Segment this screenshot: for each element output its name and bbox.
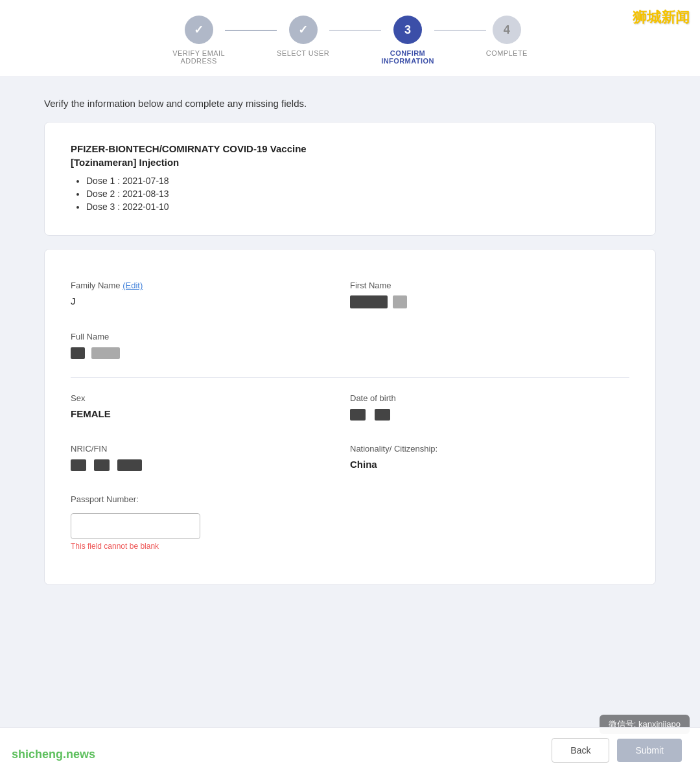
family-name-field: Family Name (Edit) J [71,270,350,321]
vaccine-name-line1: PFIZER-BIONTECH/COMIRNATY COVID-19 Vacci… [71,143,629,154]
divider-1 [71,377,629,378]
step-complete: 4 COMPLETE [486,16,528,57]
nric-redacted-2 [94,459,110,471]
step-circle-2 [289,16,318,44]
main-content: Verify the information below and complet… [26,77,674,676]
nationality-value: China [350,459,629,470]
step-label-1: VERIFY EMAILADDRESS [172,49,225,65]
submit-button[interactable]: Submit [617,739,682,762]
stepper: VERIFY EMAILADDRESS SELECT USER 3 CONFIR… [0,0,700,77]
bottom-bar: Back Submit [0,727,700,773]
sex-value: FEMALE [71,408,350,419]
vaccine-card: PFIZER-BIONTECH/COMIRNATY COVID-19 Vacci… [44,122,656,236]
connector-2-3 [329,30,381,31]
back-button[interactable]: Back [552,738,609,763]
nationality-label: Nationality/ Citizenship: [350,444,629,454]
dob-redacted-2 [375,409,390,421]
instruction-text: Verify the information below and complet… [44,98,656,109]
step-circle-3: 3 [393,16,422,44]
step-verify-email: VERIFY EMAILADDRESS [172,16,225,65]
passport-input[interactable] [71,513,200,539]
dob-field: Date of birth [350,383,629,433]
checkmark-icon-2 [298,23,308,37]
connector-1-2 [225,30,277,31]
step-circle-4: 4 [493,16,521,44]
family-name-edit-link[interactable]: (Edit) [122,281,143,290]
step-circle-1 [185,16,213,44]
first-name-redacted-1 [350,295,388,308]
family-name-label-text: Family Name [71,281,121,290]
family-name-label: Family Name (Edit) [71,281,350,290]
dob-redacted-1 [350,409,366,421]
personal-info-card: Family Name (Edit) J First Name Full Nam… [44,249,656,585]
nric-redacted-1 [71,459,86,471]
step-label-2: SELECT USER [277,49,329,57]
nric-field: NRIC/FIN [71,433,350,484]
sex-field: Sex FEMALE [71,383,350,433]
checkmark-icon-1 [194,23,204,37]
full-name-label: Full Name [71,332,629,341]
passport-field: Passport Number: This field cannot be bl… [71,484,629,564]
nric-label: NRIC/FIN [71,444,350,454]
step-label-3: CONFIRMINFORMATION [381,49,434,65]
first-name-field: First Name [350,270,629,321]
nric-redacted-3 [117,459,142,471]
nationality-field: Nationality/ Citizenship: China [350,433,629,484]
full-name-field: Full Name [71,321,629,372]
dose-2: Dose 2 : 2021-08-13 [86,189,629,199]
first-name-redacted-2 [393,295,407,308]
family-name-value: J [71,295,350,306]
full-name-value [71,347,629,359]
watermark-top-right: 狮城新闻 [633,8,690,27]
step-select-user: SELECT USER [277,16,329,57]
full-name-redacted-1 [71,347,85,359]
step-label-4: COMPLETE [486,49,528,57]
first-name-value [350,295,629,308]
dose-1: Dose 1 : 2021-07-18 [86,176,629,186]
nric-value [71,459,350,471]
step-confirm-info: 3 CONFIRMINFORMATION [381,16,434,65]
watermark-bottom-left: shicheng.news [12,748,95,761]
first-name-label: First Name [350,281,629,290]
passport-error: This field cannot be blank [71,542,629,551]
vaccine-name-line2: [Tozinameran] Injection [71,157,629,168]
sex-label: Sex [71,393,350,403]
connector-3-4 [434,30,486,31]
form-grid: Family Name (Edit) J First Name Full Nam… [71,270,629,564]
dose-list: Dose 1 : 2021-07-18 Dose 2 : 2021-08-13 … [71,176,629,212]
passport-label: Passport Number: [71,494,629,504]
full-name-redacted-2 [91,347,120,359]
dob-value [350,408,629,421]
dob-label: Date of birth [350,393,629,403]
dose-3: Dose 3 : 2022-01-10 [86,202,629,212]
